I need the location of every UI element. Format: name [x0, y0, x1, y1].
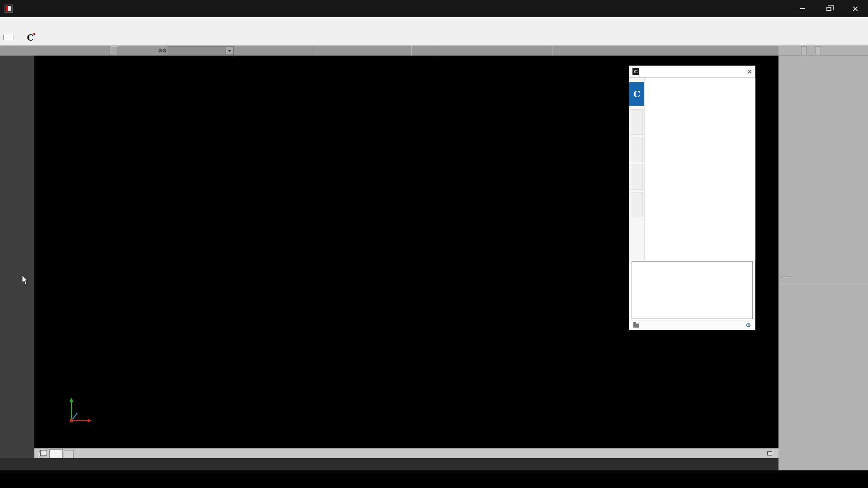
left-toolbar	[0, 56, 34, 458]
version-label	[5, 46, 7, 56]
pages-icon[interactable]	[39, 451, 45, 456]
divider	[552, 46, 552, 56]
add-tab-button[interactable]	[64, 450, 74, 458]
panel-buttons	[778, 56, 868, 272]
folder-icon[interactable]	[633, 324, 639, 328]
divider	[411, 46, 412, 56]
api-cadwork-button[interactable]	[3, 35, 14, 40]
hidden-tab[interactable]	[631, 192, 643, 217]
tab-bar	[34, 448, 778, 458]
restore-icon	[826, 7, 831, 11]
unit-mm[interactable]	[801, 46, 807, 55]
reglages-3d-dropdown[interactable]	[168, 46, 234, 55]
status-bar	[0, 458, 778, 470]
unit-row	[778, 46, 868, 56]
hidden-tab[interactable]	[631, 109, 643, 135]
attribute-settings-icon[interactable]	[158, 46, 166, 56]
app-icon	[5, 5, 13, 13]
c-faster-logo-icon	[632, 68, 639, 75]
dialog-side-strip	[629, 78, 645, 260]
window-controls	[789, 0, 868, 17]
afficher-attribut-button[interactable]	[110, 46, 118, 55]
close-icon[interactable]	[747, 69, 752, 74]
title-bar	[0, 0, 868, 17]
tab-bar-controls	[763, 449, 772, 458]
minimize-button[interactable]	[789, 0, 816, 17]
unit-deg[interactable]	[816, 46, 821, 55]
c-faster-dialog	[629, 66, 755, 330]
chevron-down-icon[interactable]	[226, 47, 233, 54]
toolbar	[0, 30, 868, 46]
dialog-help-box	[632, 261, 753, 319]
dialog-title-bar[interactable]	[629, 66, 755, 78]
minimize-icon	[800, 8, 805, 9]
info-tab[interactable]	[781, 277, 792, 278]
window-icon[interactable]	[767, 451, 772, 455]
tab-c-faster-strip[interactable]	[629, 82, 644, 106]
axis-widget	[61, 394, 99, 427]
restore-button[interactable]	[816, 0, 842, 17]
divider	[437, 46, 437, 56]
mouse-cursor	[22, 275, 30, 286]
right-panel	[778, 46, 868, 470]
hidden-tab[interactable]	[631, 137, 643, 162]
close-button[interactable]	[842, 0, 868, 17]
divider	[778, 284, 868, 284]
cadwork-3d-window: { "window": {"title": "Original- Export …	[0, 0, 868, 488]
menu-bar	[0, 17, 868, 30]
export-tree	[645, 78, 755, 260]
close-icon	[852, 6, 858, 12]
gear-icon[interactable]	[745, 322, 751, 328]
hidden-tab[interactable]	[631, 164, 643, 190]
tab-c-faster[interactable]	[49, 449, 63, 458]
divider	[313, 46, 313, 56]
dialog-footer	[632, 320, 753, 329]
c-faster-logo-icon[interactable]	[24, 32, 37, 43]
attribute-bar	[0, 46, 778, 56]
